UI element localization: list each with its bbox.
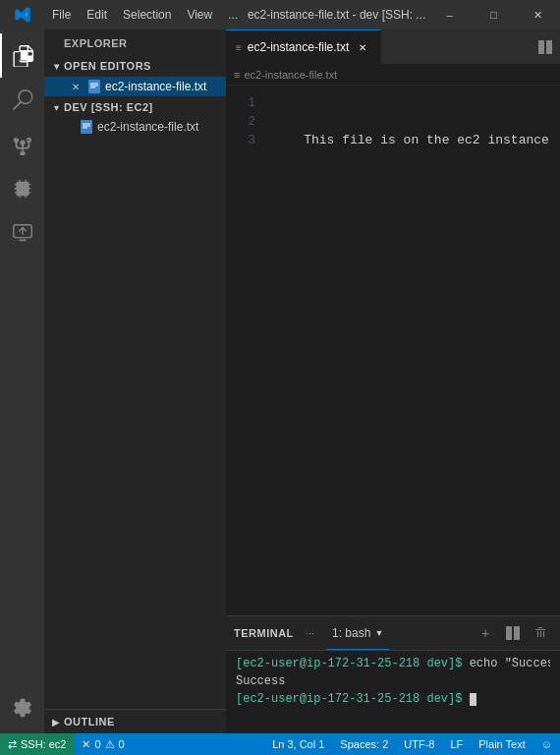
outline-section: ▶ OUTLINE <box>44 709 226 733</box>
menu-file[interactable]: File <box>44 0 79 29</box>
remote-icon: ⇄ <box>8 738 17 751</box>
status-language: Plain Text <box>478 738 526 750</box>
terminal-cmd-1: echo "Success" <box>462 657 550 670</box>
terminal-menu-button[interactable]: ··· <box>302 627 318 639</box>
status-spaces: Spaces: 2 <box>340 738 388 750</box>
tab-close-1[interactable]: ✕ <box>355 39 370 55</box>
line-num-3: 3 <box>226 131 255 149</box>
svg-rect-4 <box>538 40 544 54</box>
window-title: ec2-instance-file.txt - dev [SSH: ... <box>246 8 427 22</box>
window-controls: – □ ✕ <box>427 0 560 29</box>
warning-icon: ⚠ <box>105 738 115 751</box>
menu-view[interactable]: View <box>179 0 220 29</box>
terminal-trash-button[interactable] <box>529 621 552 645</box>
open-editors-header[interactable]: ▾ OPEN EDITORS <box>44 55 226 77</box>
status-position-item[interactable]: Ln 3, Col 1 <box>264 738 332 750</box>
outline-chevron: ▶ <box>48 714 64 729</box>
terminal-dropdown-icon: ▼ <box>374 628 383 638</box>
code-content[interactable]: This file is on the ec2 instance <box>265 86 560 615</box>
terminal-prompt-2: [ec2-user@ip-172-31-25-218 dev]$ <box>236 692 462 706</box>
line-num-2: 2 <box>226 112 255 131</box>
activity-extensions[interactable] <box>0 166 44 210</box>
code-line-2 <box>273 187 560 205</box>
menu-selection[interactable]: Selection <box>115 0 179 29</box>
svg-rect-7 <box>514 626 520 640</box>
activity-remote[interactable] <box>0 210 44 255</box>
dev-section-chevron: ▾ <box>48 99 64 115</box>
status-line-ending: LF <box>450 738 463 750</box>
status-ssh-item[interactable]: ⇄ SSH: ec2 <box>0 733 74 755</box>
close-button[interactable]: ✕ <box>516 0 560 29</box>
status-encoding-item[interactable]: UTF-8 <box>396 738 442 750</box>
status-feedback-item[interactable]: ☺ <box>533 738 560 750</box>
terminal-tab-1[interactable]: 1: bash ▼ <box>326 616 389 650</box>
outline-header[interactable]: ▶ OUTLINE <box>44 710 226 733</box>
svg-rect-3 <box>81 120 92 134</box>
tab-layout-button[interactable] <box>531 29 560 64</box>
breadcrumb-path[interactable]: ec2-instance-file.txt <box>244 69 337 81</box>
terminal-cursor <box>462 692 476 706</box>
editor-tab-1[interactable]: ≡ ec2-instance-file.txt ✕ <box>226 29 381 64</box>
activity-source-control[interactable] <box>0 122 44 166</box>
terminal-content[interactable]: [ec2-user@ip-172-31-25-218 dev]$ echo "S… <box>226 651 560 733</box>
status-encoding: UTF-8 <box>404 738 434 750</box>
open-editors-section: ▾ OPEN EDITORS ✕ ec2-instance-file.txt <box>44 55 226 96</box>
code-line-3 <box>273 243 560 261</box>
tab-file-icon: ≡ <box>236 42 242 53</box>
terminal-tab-label: 1: bash <box>332 626 370 640</box>
open-editor-filename-1: ec2-instance-file.txt <box>105 80 226 93</box>
dev-filename-1: ec2-instance-file.txt <box>97 120 226 134</box>
status-right: Ln 3, Col 1 Spaces: 2 UTF-8 LF Plain Tex… <box>264 738 560 750</box>
terminal-header: TERMINAL ··· 1: bash ▼ + <box>226 616 560 651</box>
dev-file-txt-icon <box>80 120 93 134</box>
terminal-prompt-1: [ec2-user@ip-172-31-25-218 dev]$ <box>236 657 462 670</box>
outline-label: OUTLINE <box>64 716 115 727</box>
status-errors-count: 0 <box>94 738 100 750</box>
terminal-actions: + <box>474 621 552 645</box>
svg-rect-1 <box>19 239 26 241</box>
error-icon: ✕ <box>82 738 90 751</box>
open-editors-label: OPEN EDITORS <box>64 60 151 72</box>
dev-section-header[interactable]: ▾ DEV [SSH: EC2] <box>44 96 226 118</box>
status-spaces-item[interactable]: Spaces: 2 <box>332 738 396 750</box>
explorer-title: EXPLORER <box>44 29 226 55</box>
dev-section: ▾ DEV [SSH: EC2] ec2-instance-file.txt <box>44 96 226 136</box>
sidebar: EXPLORER ▾ OPEN EDITORS ✕ ec2-instance-f… <box>44 29 226 733</box>
terminal-panel: TERMINAL ··· 1: bash ▼ + <box>226 615 560 733</box>
dev-file-1[interactable]: ec2-instance-file.txt <box>44 118 226 136</box>
line-num-1: 1 <box>226 93 255 112</box>
svg-rect-6 <box>506 626 512 640</box>
svg-rect-5 <box>546 40 552 54</box>
terminal-line-2: Success <box>236 672 550 690</box>
status-line-ending-item[interactable]: LF <box>442 738 471 750</box>
activity-search[interactable] <box>0 78 44 122</box>
status-ssh-label: SSH: ec2 <box>21 738 66 750</box>
status-warnings-count: 0 <box>119 738 125 750</box>
tab-bar: ≡ ec2-instance-file.txt ✕ <box>226 29 560 64</box>
minimize-button[interactable]: – <box>427 0 472 29</box>
dev-section-label: DEV [SSH: EC2] <box>64 101 153 113</box>
menu-edit[interactable]: Edit <box>79 0 115 29</box>
terminal-line-1: [ec2-user@ip-172-31-25-218 dev]$ echo "S… <box>236 655 550 672</box>
close-editor-icon[interactable]: ✕ <box>68 79 84 94</box>
main-layout: EXPLORER ▾ OPEN EDITORS ✕ ec2-instance-f… <box>0 29 560 733</box>
activity-explorer[interactable] <box>0 33 44 78</box>
terminal-output-1: Success <box>236 674 285 688</box>
feedback-icon: ☺ <box>541 738 552 750</box>
status-errors-item[interactable]: ✕ 0 ⚠ 0 <box>74 733 132 755</box>
status-position: Ln 3, Col 1 <box>272 738 324 750</box>
status-language-item[interactable]: Plain Text <box>471 738 533 750</box>
terminal-add-button[interactable]: + <box>474 621 497 645</box>
tab-label-1: ec2-instance-file.txt <box>248 40 349 54</box>
vscode-logo <box>0 0 44 29</box>
terminal-title: TERMINAL <box>234 627 294 639</box>
activity-settings[interactable] <box>0 685 44 729</box>
menu-more[interactable]: ... <box>220 0 246 29</box>
maximize-button[interactable]: □ <box>472 0 516 29</box>
title-bar: File Edit Selection View ... ec2-instanc… <box>0 0 560 29</box>
menu-bar: File Edit Selection View ... <box>0 0 246 29</box>
terminal-split-button[interactable] <box>501 621 525 645</box>
editor-content[interactable]: 1 2 3 This file is on the ec2 instance <box>226 86 560 615</box>
open-editor-file-1[interactable]: ✕ ec2-instance-file.txt <box>44 77 226 96</box>
breadcrumb-bar: ≡ ec2-instance-file.txt <box>226 64 560 86</box>
